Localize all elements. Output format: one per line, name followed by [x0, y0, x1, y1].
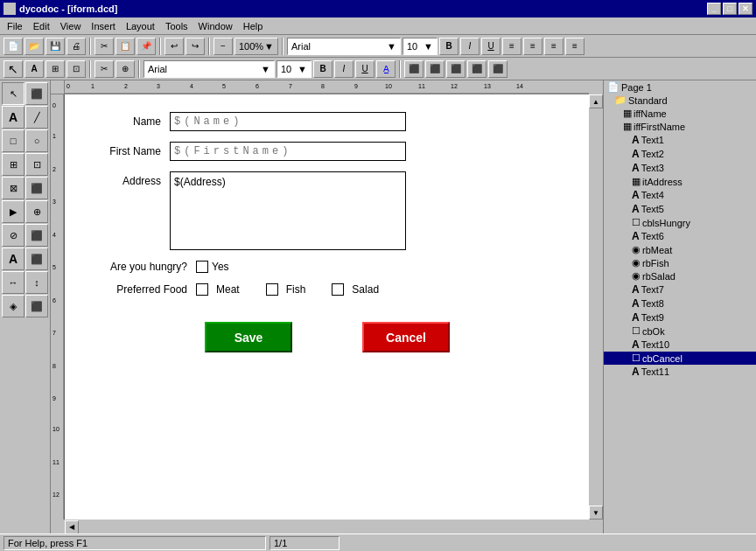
align-justify2[interactable]: ⬛ [467, 60, 486, 78]
align-right2[interactable]: ⬛ [446, 60, 466, 78]
zoom-tool[interactable]: ⬛ [25, 82, 48, 105]
paste-button[interactable]: 📌 [136, 38, 156, 55]
menu-insert[interactable]: Insert [86, 19, 121, 33]
undo-button[interactable]: ↩ [164, 38, 184, 55]
ellipse-tool[interactable]: ○ [25, 129, 48, 152]
text-tool2[interactable]: A [2, 248, 24, 270]
cut-button[interactable]: ✂ [94, 38, 114, 55]
scroll-left-button[interactable]: ◀ [65, 520, 79, 534]
tool-r10[interactable]: ↔ [2, 271, 24, 294]
tool-r12[interactable]: ◈ [2, 295, 24, 317]
firstname-input[interactable] [170, 142, 406, 161]
bold-button2[interactable]: B [313, 60, 332, 78]
align-center-button[interactable]: ≡ [523, 38, 542, 55]
salad-checkbox[interactable] [332, 283, 344, 296]
scrollbar-vertical[interactable]: ▲ ▼ [589, 94, 603, 520]
tool4[interactable]: ⊡ [66, 60, 86, 78]
menu-file[interactable]: File [2, 19, 28, 33]
menu-edit[interactable]: Edit [28, 19, 55, 33]
tool-r2[interactable]: ⊡ [25, 153, 48, 176]
text-tool[interactable]: A [24, 60, 44, 78]
menu-view[interactable]: View [55, 19, 87, 33]
open-button[interactable]: 📂 [24, 38, 44, 55]
tree-standard[interactable]: 📁 Standard [604, 94, 756, 107]
tool-r3[interactable]: ⊠ [2, 177, 24, 199]
underline-button2[interactable]: U [355, 60, 374, 78]
scroll-down-button[interactable]: ▼ [589, 506, 603, 520]
tree-iffname[interactable]: ▦ iffName [604, 107, 756, 120]
tree-text3[interactable]: A Text3 [604, 161, 756, 175]
zoom-select[interactable]: 100% ▼ [234, 38, 278, 55]
cancel-button[interactable]: Cancel [362, 322, 450, 352]
scroll-up-button[interactable]: ▲ [589, 94, 603, 108]
tree-text9[interactable]: A Text9 [604, 310, 756, 324]
align-left-button[interactable]: ≡ [502, 38, 522, 55]
pointer-tool[interactable]: ↖ [2, 82, 24, 105]
tool-r5[interactable]: ▶ [2, 200, 24, 223]
tool6[interactable]: ⊕ [116, 60, 135, 78]
tree-text8[interactable]: A Text8 [604, 296, 756, 310]
maximize-button[interactable]: □ [723, 3, 737, 15]
tool5[interactable]: ✂ [94, 60, 114, 78]
menu-layout[interactable]: Layout [121, 19, 160, 33]
font-size-select2[interactable]: 10 ▼ [276, 60, 312, 78]
tree-text1[interactable]: A Text1 [604, 133, 756, 147]
tree-rbsalad[interactable]: ◉ rbSalad [604, 269, 756, 282]
indent-button[interactable]: ⬛ [488, 60, 508, 78]
tree-text6[interactable]: A Text6 [604, 229, 756, 243]
close-button[interactable]: ✕ [738, 3, 752, 15]
font-select[interactable]: Arial ▼ [287, 38, 401, 55]
tree-text4[interactable]: A Text4 [604, 188, 756, 202]
name-input[interactable] [170, 112, 406, 131]
italic-button2[interactable]: I [334, 60, 354, 78]
meat-checkbox[interactable] [196, 283, 208, 296]
tool-r7[interactable]: ⊘ [2, 224, 24, 247]
select-tool[interactable]: ↖ [4, 60, 23, 78]
copy-button[interactable]: 📋 [116, 38, 135, 55]
font-color-button[interactable]: A̲ [376, 60, 396, 78]
hungry-checkbox[interactable] [196, 261, 208, 273]
tree-text7[interactable]: A Text7 [604, 282, 756, 296]
scrollbar-horizontal[interactable]: ◀ [65, 520, 589, 534]
rect-tool[interactable]: □ [2, 129, 24, 152]
menu-tools[interactable]: Tools [160, 19, 193, 33]
save-tb-button[interactable]: 💾 [46, 38, 65, 55]
menu-window[interactable]: Window [193, 19, 238, 33]
tool-r13[interactable]: ⬛ [25, 295, 48, 317]
tree-rbfish[interactable]: ◉ rbFish [604, 256, 756, 269]
tool3[interactable]: ⊞ [46, 60, 65, 78]
font-size-select[interactable]: 10 ▼ [402, 38, 438, 55]
fish-checkbox[interactable] [266, 283, 278, 296]
tool-r4[interactable]: ⬛ [25, 177, 48, 199]
redo-button[interactable]: ↪ [186, 38, 205, 55]
tree-page1[interactable]: 📄 Page 1 [604, 80, 756, 94]
tree-cbok[interactable]: ☐ cbOk [604, 324, 756, 338]
tree-cbcancel[interactable]: ☐ cbCancel [604, 352, 756, 365]
text-insert-tool[interactable]: A [2, 106, 24, 129]
print-button[interactable]: 🖨 [66, 38, 86, 55]
save-button[interactable]: Save [205, 322, 292, 352]
tree-rbmeat[interactable]: ◉ rbMeat [604, 243, 756, 256]
tree-itaddress[interactable]: ▦ itAddress [604, 175, 756, 188]
align-left2[interactable]: ⬛ [404, 60, 424, 78]
tool-r11[interactable]: ↕ [25, 271, 48, 294]
line-tool[interactable]: ╱ [25, 106, 48, 129]
tool-r9[interactable]: ⬛ [25, 248, 48, 270]
tree-ifffirstname[interactable]: ▦ iffFirstName [604, 120, 756, 133]
tool-r6[interactable]: ⊕ [25, 200, 48, 223]
tool-r8[interactable]: ⬛ [25, 224, 48, 247]
tree-text11[interactable]: A Text11 [604, 365, 756, 379]
tree-cblshungry[interactable]: ☐ cblsHungry [604, 216, 756, 229]
align-right-button[interactable]: ≡ [544, 38, 564, 55]
tree-text10[interactable]: A Text10 [604, 338, 756, 352]
menu-help[interactable]: Help [238, 19, 269, 33]
italic-button[interactable]: I [460, 38, 480, 55]
tree-text2[interactable]: A Text2 [604, 147, 756, 161]
align-center2[interactable]: ⬛ [425, 60, 444, 78]
underline-button[interactable]: U [481, 38, 500, 55]
minimize-button[interactable]: _ [707, 3, 721, 15]
new-button[interactable]: 📄 [4, 38, 23, 55]
align-justify-button[interactable]: ≡ [565, 38, 584, 55]
tool-r1[interactable]: ⊞ [2, 153, 24, 176]
zoom-out-button[interactable]: − [214, 38, 233, 55]
